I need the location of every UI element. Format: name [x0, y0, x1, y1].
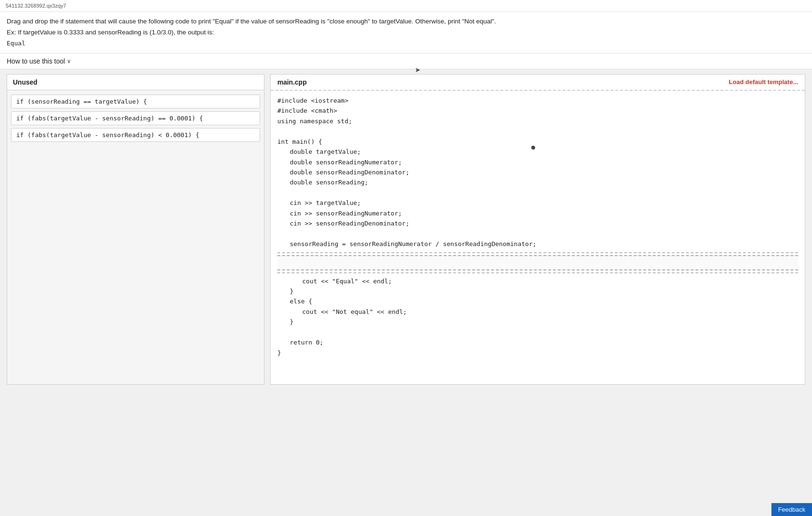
code-line-2: using namespace std;: [277, 116, 798, 126]
code-line-12: cin >> sensorReadingDenominator;: [277, 218, 798, 228]
drag-item-1[interactable]: if (fabs(targetValue - sensorReading) ==…: [11, 111, 260, 125]
code-panel-header: main.cpp Load default template...: [271, 75, 805, 91]
code-line-6: double sensorReadingNumerator;: [277, 157, 798, 167]
code-bottom-5: [277, 327, 798, 337]
instruction-line2: Ex: If targetValue is 0.3333 and sensorR…: [7, 28, 805, 38]
code-bottom-section: cout << "Equal" << endl; } else { cout <…: [277, 272, 798, 358]
instruction-line3: Equal: [7, 39, 805, 48]
code-line-14: sensorReading = sensorReadingNumerator /…: [277, 239, 798, 249]
main-area: Unused if (sensorReading == targetValue)…: [0, 69, 812, 389]
code-bottom-1: }: [277, 286, 798, 296]
problem-id: 541132.3268992.qx3zqy7: [6, 3, 66, 9]
top-bar: 541132.3268992.qx3zqy7: [0, 0, 812, 12]
code-line-1: #include <cmath>: [277, 106, 798, 116]
code-line-10: cin >> targetValue;: [277, 198, 798, 208]
filename-label: main.cpp: [277, 78, 306, 86]
drag-item-0[interactable]: if (sensorReading == targetValue) {: [11, 95, 260, 108]
code-bottom-7: }: [277, 348, 798, 358]
drag-item-2[interactable]: if (fabs(targetValue - sensorReading) < …: [11, 128, 260, 142]
code-line-5: double targetValue;: [277, 147, 798, 157]
code-line-13: [277, 229, 798, 239]
code-line-8: double sensorReading;: [277, 177, 798, 187]
code-line-9: [277, 188, 798, 198]
code-top-section: #include <iostream> #include <cmath> usi…: [277, 96, 798, 253]
drag-items-list: if (sensorReading == targetValue) { if (…: [7, 90, 264, 146]
code-bottom-6: return 0;: [277, 337, 798, 347]
instructions-panel: Drag and drop the if statement that will…: [0, 12, 812, 54]
code-line-4: int main() {: [277, 137, 798, 147]
code-line-11: cin >> sensorReadingNumerator;: [277, 208, 798, 218]
instruction-line1: Drag and drop the if statement that will…: [7, 17, 805, 27]
code-bottom-3: cout << "Not equal" << endl;: [277, 307, 798, 317]
how-to-row[interactable]: How to use this tool ∨: [0, 54, 812, 69]
code-bottom-4: }: [277, 317, 798, 327]
chevron-down-icon: ∨: [67, 58, 71, 64]
how-to-label: How to use this tool: [7, 57, 65, 65]
code-line-7: double sensorReadingDenominator;: [277, 167, 798, 177]
arrow-decoration: ➤: [415, 66, 421, 74]
unused-panel-header: Unused: [7, 75, 264, 90]
code-panel: main.cpp Load default template... #inclu…: [270, 74, 805, 385]
code-bottom-2: else {: [277, 296, 798, 306]
code-line-0: #include <iostream>: [277, 96, 798, 106]
drop-zone[interactable]: [277, 255, 798, 270]
unused-panel: Unused if (sensorReading == targetValue)…: [7, 74, 264, 385]
code-line-3: [277, 126, 798, 136]
load-template-button[interactable]: Load default template...: [729, 78, 798, 86]
code-bottom-0: cout << "Equal" << endl;: [277, 276, 798, 286]
dot-decoration: [531, 146, 535, 150]
feedback-button[interactable]: Feedback: [771, 503, 812, 516]
code-area: #include <iostream> #include <cmath> usi…: [271, 91, 805, 384]
